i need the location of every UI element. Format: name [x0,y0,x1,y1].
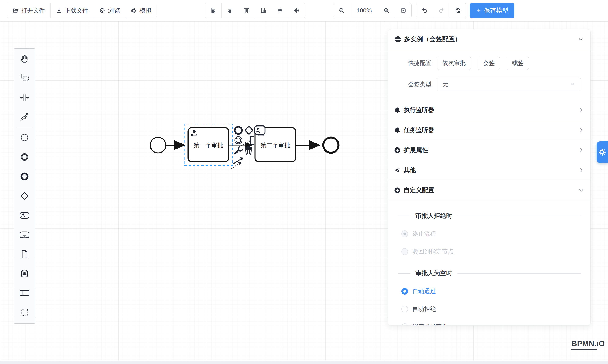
quick-config-label: 快捷配置 [408,59,437,67]
fit-viewport-button[interactable] [395,3,411,18]
zoom-in-icon [383,7,390,14]
global-connect-tool[interactable] [14,107,35,127]
create-participant[interactable] [14,283,35,303]
chevron-down-icon [578,187,584,194]
undo-button[interactable] [416,3,433,18]
radio-auto-pass[interactable]: 自动通过 [401,287,591,295]
start-event-shape[interactable] [150,137,166,153]
execution-listener-item[interactable]: 执行监听器 [388,100,591,120]
create-gateway[interactable] [14,186,35,206]
create-sub-process[interactable] [14,225,35,245]
bpmn-io-logo[interactable]: BPMN.iO [571,339,597,351]
multi-instance-header[interactable]: 多实例（会签配置） [388,29,591,49]
task-listener-item[interactable]: 任务监听器 [388,120,591,140]
panel-title: 多实例（会签配置） [404,35,461,43]
extended-properties-item[interactable]: 扩展属性 [388,140,591,160]
radio-assign-member[interactable]: 指定成员审批 [401,323,591,325]
align-center-horizontal-button[interactable] [272,3,289,18]
align-center-vertical-icon [293,7,300,14]
sequential-approve-button[interactable]: 依次审批 [437,57,471,70]
folder-open-icon [13,7,19,14]
align-top-icon [243,7,250,14]
preview-label: 浏览 [108,7,120,14]
append-gateway-icon[interactable] [245,126,253,134]
sub-process-icon [19,230,30,240]
horizontal-scrollbar[interactable] [0,361,608,364]
create-start-event[interactable] [14,128,35,147]
lasso-tool[interactable] [14,68,35,88]
task1-label: 第一个审批 [194,142,223,148]
chip-icon [131,7,137,14]
create-data-store[interactable] [14,264,35,283]
redo-icon [438,7,444,14]
radio-terminate-process: 终止流程 [401,230,591,238]
append-intermediate-event-icon[interactable] [235,137,242,144]
chevron-right-icon [578,167,584,173]
redo-button[interactable] [433,3,450,18]
align-left-button[interactable] [205,3,222,18]
align-bottom-button[interactable] [255,3,272,18]
simulate-button[interactable]: 模拟 [125,3,157,18]
file-button-group: 打开文件 下载文件 浏览 模拟 [7,3,157,18]
bpmn-modeler-app: 第一个审批 第二个审批 [0,0,608,364]
preview-button[interactable]: 浏览 [94,3,125,18]
space-tool[interactable] [14,88,35,107]
radio-return-to-node: 驳回到指定节点 [401,247,591,256]
properties-panel: 多实例（会签配置） 快捷配置 依次审批 会签 或签 会签类型 无 [388,29,591,325]
connect-tool-icon [20,112,29,122]
align-left-icon [210,7,216,14]
or-sign-button[interactable]: 或签 [507,57,529,70]
hand-tool[interactable] [14,49,35,68]
logo-underline [571,349,597,351]
save-model-label: 保存模型 [484,6,508,15]
align-right-button[interactable] [222,3,238,18]
append-end-event-icon[interactable] [235,127,242,134]
panel-toggle-tab[interactable] [596,141,608,163]
radio-circle [401,324,408,325]
align-bottom-icon [260,7,266,14]
connect-icon[interactable] [232,157,243,168]
reset-button[interactable] [450,3,466,18]
chevron-down-icon [569,81,575,87]
download-file-label: 下载文件 [65,7,88,14]
sign-type-value: 无 [442,80,569,88]
download-icon [56,7,62,14]
create-intermediate-event[interactable] [14,147,35,167]
group-icon [20,308,29,317]
participant-icon [19,288,30,298]
countersign-button[interactable]: 会签 [478,57,500,70]
sign-type-label: 会签类型 [408,80,437,88]
intermediate-event-icon [20,152,29,162]
zoom-level: 100% [350,3,378,18]
end-event-shape[interactable] [323,138,339,153]
other-item[interactable]: 其他 [388,160,591,180]
align-top-button[interactable] [238,3,255,18]
zoom-in-button[interactable] [378,3,395,18]
palette-divider [16,127,33,127]
undo-icon [421,7,428,14]
create-group[interactable] [14,303,35,322]
history-button-group [416,3,466,18]
user-task-1[interactable]: 第一个审批 [188,128,229,162]
element-palette [14,48,35,324]
create-end-event[interactable] [14,167,35,186]
zoom-out-button[interactable] [333,3,350,18]
end-event-icon [20,171,29,181]
save-model-button[interactable]: ＋ 保存模型 [470,3,514,18]
custom-config-item[interactable]: 自定义配置 [388,180,591,200]
fit-viewport-icon [400,7,406,14]
append-user-task-icon[interactable] [255,126,265,134]
open-file-button[interactable]: 打开文件 [7,3,51,18]
trash-icon[interactable] [245,146,252,155]
create-user-task[interactable] [14,206,35,225]
radio-auto-reject[interactable]: 自动拒绝 [401,305,591,313]
align-center-vertical-button[interactable] [289,3,305,18]
sign-type-select[interactable]: 无 [437,78,581,91]
wrench-icon[interactable] [235,147,242,154]
toolbar: 打开文件 下载文件 浏览 模拟 [0,0,608,21]
chevron-right-icon [578,147,584,153]
quick-config-row: 快捷配置 依次审批 会签 或签 [408,55,581,72]
bell-icon [394,127,401,133]
create-data-object[interactable] [14,245,35,264]
download-file-button[interactable]: 下载文件 [51,3,94,18]
